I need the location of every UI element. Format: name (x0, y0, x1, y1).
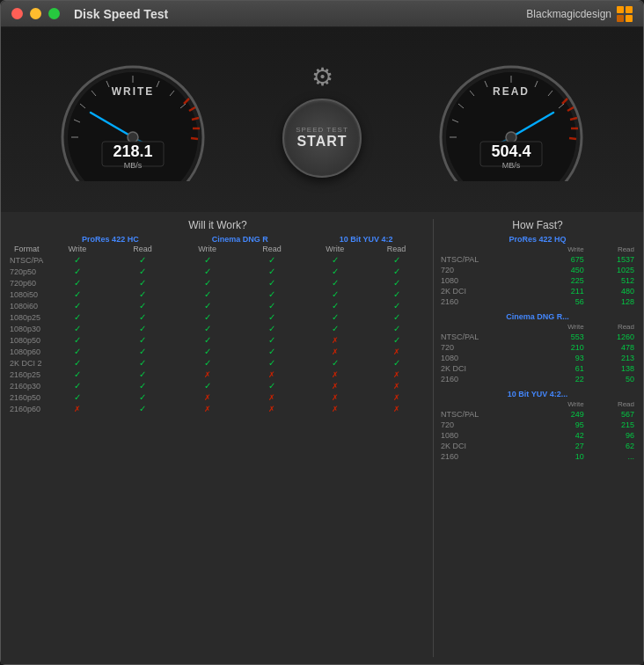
start-button[interactable]: SPEED TEST START (282, 99, 362, 178)
brand-sq-1 (617, 6, 624, 13)
cross-icon: ✗ (204, 370, 211, 379)
maximize-button[interactable] (48, 8, 60, 19)
hf-read-cell: 138 (586, 363, 636, 374)
write-col-2: Write (175, 244, 239, 254)
cross-icon: ✗ (393, 393, 400, 402)
cross-icon: ✗ (332, 382, 339, 391)
check-cell: ✗ (175, 391, 239, 403)
check-icon: ✓ (139, 381, 146, 391)
check-icon: ✓ (74, 278, 81, 288)
table-row: 720p60✓✓✓✓✓✓ (8, 277, 428, 289)
check-icon: ✓ (268, 267, 275, 276)
minimize-button[interactable] (30, 8, 41, 19)
check-icon: ✓ (139, 335, 146, 345)
check-cell: ✓ (175, 380, 239, 391)
write-col-1: Write (45, 244, 109, 254)
gauges-section: WRITE 218.1 MB/s (1, 27, 643, 212)
column-headers-row: Format Write Read Write Read Write Read (8, 244, 428, 254)
speed-test-label: SPEED TEST (296, 126, 348, 134)
check-cell: ✓ (365, 289, 428, 300)
check-icon: ✓ (74, 335, 81, 345)
brand-name: Blackmagicdesign (526, 8, 611, 20)
svg-point-42 (506, 132, 516, 142)
hf-write-cell: 225 (538, 275, 586, 286)
hf-read-cell: 512 (586, 275, 636, 286)
hf-header-row: WriteRead (439, 322, 636, 332)
read-col-3: Read (365, 244, 428, 254)
write-gauge: WRITE 218.1 MB/s (54, 58, 212, 181)
check-icon: ✓ (139, 404, 146, 413)
check-cell: ✓ (239, 254, 304, 266)
hf-read-cell: 1025 (586, 265, 636, 275)
hf-codec-label: Cinema DNG R... (439, 307, 636, 322)
check-cell: ✓ (109, 254, 175, 266)
format-cell: 2K DCI 2 (8, 357, 45, 369)
check-icon: ✓ (268, 381, 275, 391)
hf-format-cell: 1080 (439, 353, 538, 363)
check-cell: ✓ (304, 266, 365, 277)
check-cell: ✗ (304, 391, 365, 403)
check-icon: ✓ (268, 347, 275, 356)
check-icon: ✓ (268, 324, 275, 333)
format-cell: 2160p30 (8, 380, 45, 391)
hf-data-row: NTSC/PAL6751537 (439, 254, 636, 265)
cross-icon: ✗ (393, 405, 400, 413)
cross-icon: ✗ (204, 405, 211, 413)
check-cell: ✗ (365, 380, 428, 391)
check-cell: ✗ (239, 369, 304, 380)
check-icon: ✓ (139, 369, 146, 379)
cross-icon: ✗ (332, 393, 339, 402)
check-icon: ✓ (393, 358, 400, 368)
hf-write-cell: 210 (538, 342, 586, 353)
check-icon: ✓ (332, 278, 339, 288)
hf-write-cell: 27 (538, 441, 586, 451)
check-icon: ✓ (204, 301, 211, 311)
hf-write-cell: 675 (538, 254, 586, 265)
codec-header-row: Cinema DNG R... (439, 307, 636, 322)
check-icon: ✓ (204, 312, 211, 322)
hf-read-cell: 128 (586, 296, 636, 307)
table-row: 1080i50✓✓✓✓✓✓ (8, 289, 428, 300)
check-icon: ✓ (332, 312, 339, 322)
format-cell: 1080i50 (8, 289, 45, 300)
hf-write-cell: 10 (538, 451, 586, 462)
check-cell: ✓ (175, 357, 239, 369)
write-gauge-svg: WRITE 218.1 MB/s (54, 58, 212, 181)
check-icon: ✓ (332, 301, 339, 311)
hf-codec-label: ProRes 422 HQ (439, 235, 636, 245)
hf-col-header (439, 322, 538, 332)
hf-read-cell: 478 (586, 342, 636, 353)
check-cell: ✗ (304, 403, 365, 414)
hf-write-cell: 211 (538, 286, 586, 296)
svg-line-29 (569, 138, 576, 139)
write-col-3: Write (304, 244, 365, 254)
check-icon: ✓ (74, 347, 81, 356)
cross-icon: ✗ (204, 393, 211, 402)
hf-write-cell: 22 (538, 374, 586, 384)
hf-format-cell: 2160 (439, 374, 538, 384)
hf-write-cell: 56 (538, 296, 586, 307)
hf-col-header: Write (538, 322, 586, 332)
table-row: 2160p60✗✓✗✗✗✗ (8, 403, 428, 414)
check-cell: ✗ (365, 391, 428, 403)
hf-write-cell: 553 (538, 332, 586, 342)
check-icon: ✓ (204, 278, 211, 288)
check-cell: ✗ (304, 346, 365, 357)
check-icon: ✓ (204, 289, 211, 299)
settings-icon[interactable]: ⚙ (311, 62, 333, 91)
check-cell: ✗ (45, 403, 109, 414)
check-icon: ✓ (139, 392, 146, 402)
brand-icon (617, 6, 633, 22)
cross-icon: ✗ (268, 393, 275, 402)
format-cell: 1080p25 (8, 311, 45, 323)
check-cell: ✓ (365, 311, 428, 323)
hf-col-header: Read (586, 322, 636, 332)
svg-line-6 (191, 138, 198, 139)
check-cell: ✓ (109, 300, 175, 311)
check-cell: ✓ (45, 277, 109, 289)
check-icon: ✓ (393, 335, 400, 345)
check-cell: ✓ (175, 346, 239, 357)
format-cell: 1080i60 (8, 300, 45, 311)
close-button[interactable] (11, 8, 23, 19)
check-cell: ✓ (45, 289, 109, 300)
